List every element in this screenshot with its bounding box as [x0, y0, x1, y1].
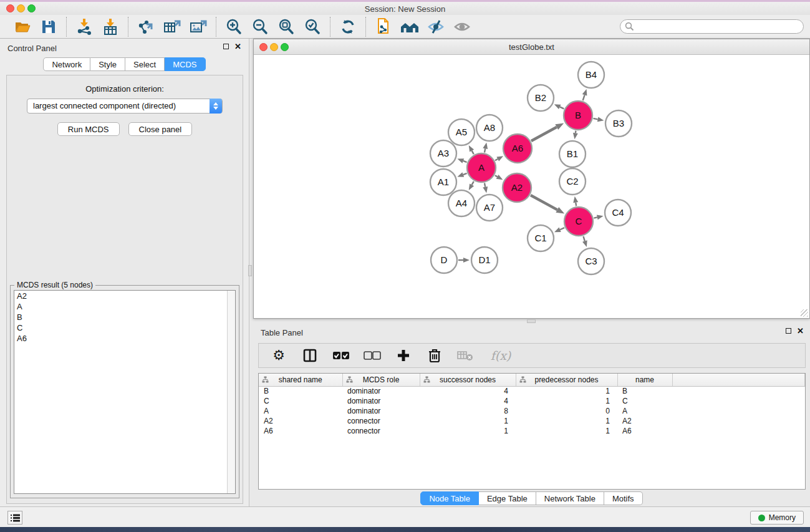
zoom-fit-icon[interactable]	[276, 17, 296, 36]
graph-edge[interactable]	[583, 95, 585, 100]
graph-edge[interactable]	[594, 217, 597, 218]
mcds-panel-body: Optimization criterion: largest connecte…	[6, 75, 243, 504]
result-scrollbar[interactable]	[227, 291, 235, 493]
graph-edge[interactable]	[485, 183, 485, 186]
horizontal-splitter-grip[interactable]	[527, 319, 536, 323]
mcds-result-item[interactable]: A	[14, 301, 235, 312]
hide-selection-icon[interactable]	[426, 17, 446, 36]
table-panel: Table Panel ✕ ⚙	[253, 324, 810, 506]
import-network-icon[interactable]	[74, 17, 94, 36]
first-neighbors-icon[interactable]	[400, 17, 420, 36]
column-header-name[interactable]: name	[617, 374, 672, 386]
search-input[interactable]	[620, 19, 804, 34]
column-header-mcds-role[interactable]: MCDS role	[342, 374, 420, 386]
mcds-result-item[interactable]: C	[14, 322, 235, 333]
node-table[interactable]: shared name MCDS role successor nodes pr…	[258, 373, 806, 490]
graph-edge-arrowhead	[496, 156, 503, 161]
column-selector-icon[interactable]	[301, 347, 319, 364]
mcds-result-list[interactable]: A2ABCA6	[14, 290, 236, 494]
mcds-result-item[interactable]: A6	[14, 333, 235, 344]
tab-network[interactable]: Network	[43, 57, 90, 71]
table-panel-title: Table Panel	[261, 328, 303, 337]
tab-motifs[interactable]: Motifs	[604, 491, 643, 505]
graph-edge[interactable]	[531, 195, 557, 210]
graph-edge[interactable]	[472, 181, 474, 185]
graph-edge[interactable]	[485, 148, 485, 152]
save-session-icon[interactable]	[39, 17, 59, 36]
network-graph[interactable]: B4B2BB3A5A8A6B1A3AA1C2A2A4A7C4CC1C3DD1	[254, 55, 809, 318]
export-network-icon[interactable]	[136, 17, 156, 36]
window-resize-grip[interactable]	[801, 309, 808, 317]
delete-table-icon[interactable]	[457, 347, 475, 364]
table-row[interactable]: A6connector11A6	[259, 426, 805, 436]
tab-edge-table[interactable]: Edge Table	[479, 491, 536, 505]
tab-mcds[interactable]: MCDS	[165, 57, 205, 71]
column-header-predecessor-nodes[interactable]: predecessor nodes	[516, 374, 617, 386]
tab-node-table[interactable]: Node Table	[420, 491, 479, 505]
float-panel-icon[interactable]	[223, 44, 229, 49]
tab-network-table[interactable]: Network Table	[536, 491, 604, 505]
table-row[interactable]: Cdominator41C	[259, 396, 805, 406]
select-all-icon[interactable]	[332, 347, 350, 364]
refresh-icon[interactable]	[338, 17, 358, 36]
graph-edge[interactable]	[560, 107, 564, 109]
graph-edge[interactable]	[463, 173, 467, 175]
toolbar-search	[620, 19, 804, 34]
network-canvas[interactable]: B4B2BB3A5A8A6B1A3AA1C2A2A4A7C4CC1C3DD1	[254, 55, 809, 318]
open-file-icon[interactable]	[12, 17, 32, 36]
zoom-out-icon[interactable]	[250, 17, 270, 36]
status-bar: Memory	[0, 506, 810, 527]
table-row[interactable]: A2connector11A2	[259, 416, 805, 426]
column-header-shared-name[interactable]: shared name	[259, 374, 342, 386]
graph-edge[interactable]	[583, 236, 584, 241]
table-settings-gear-icon[interactable]: ⚙	[270, 347, 287, 364]
graph-edge-arrowhead	[554, 104, 561, 109]
graph-edge[interactable]	[472, 151, 474, 155]
task-history-icon[interactable]	[7, 511, 22, 525]
close-table-panel-icon[interactable]: ✕	[797, 327, 804, 334]
export-image-icon[interactable]	[188, 17, 208, 36]
graph-edge[interactable]	[576, 203, 576, 206]
graph-node-label: B	[575, 110, 581, 120]
import-table-icon[interactable]	[100, 17, 120, 36]
graph-edge[interactable]	[495, 159, 498, 160]
graph-edge[interactable]	[495, 175, 498, 177]
mcds-result-item[interactable]: A2	[14, 291, 235, 301]
graph-node-label: A7	[484, 202, 495, 213]
deselect-all-icon[interactable]	[364, 347, 381, 364]
show-all-icon[interactable]	[452, 17, 472, 36]
graph-edge[interactable]	[531, 127, 557, 141]
column-header-successor-nodes[interactable]: successor nodes	[420, 374, 516, 386]
new-network-from-selection-icon[interactable]	[374, 17, 393, 36]
graph-edge[interactable]	[463, 161, 467, 162]
graph-node-label: C2	[566, 176, 578, 186]
criterion-select[interactable]: largest connected component (directed)	[27, 99, 223, 114]
export-table-icon[interactable]	[162, 17, 182, 36]
vertical-splitter-grip[interactable]	[248, 265, 252, 276]
graph-edge[interactable]	[576, 131, 576, 133]
memory-button[interactable]: Memory	[750, 511, 804, 525]
float-table-panel-icon[interactable]	[786, 328, 791, 334]
close-panel-icon[interactable]: ✕	[234, 43, 241, 50]
function-builder-icon[interactable]: f(x)	[488, 347, 513, 364]
control-panel-tabs: Network Style Select MCDS	[0, 57, 249, 71]
main-toolbar	[0, 15, 810, 39]
delete-column-icon[interactable]	[426, 347, 443, 364]
tab-select[interactable]: Select	[125, 57, 165, 71]
zoom-in-icon[interactable]	[224, 17, 244, 36]
tab-style[interactable]: Style	[90, 57, 125, 71]
zoom-selected-icon[interactable]	[302, 17, 322, 36]
run-mcds-button[interactable]: Run MCDS	[57, 122, 120, 136]
add-column-icon[interactable]	[395, 347, 412, 364]
select-stepper-icon[interactable]	[210, 99, 222, 114]
graph-node-label: B3	[613, 118, 624, 128]
close-panel-button[interactable]: Close panel	[128, 122, 193, 136]
graph-node-label: D1	[478, 254, 490, 265]
graph-edge[interactable]	[594, 118, 598, 119]
table-row[interactable]: Adominator80A	[259, 406, 805, 416]
table-row[interactable]: Bdominator41B	[259, 386, 805, 396]
mcds-result-item[interactable]: B	[14, 312, 235, 322]
graph-edge[interactable]	[560, 228, 564, 230]
window-title: Session: New Session	[0, 4, 810, 14]
graph-edge-arrowhead	[556, 207, 564, 214]
